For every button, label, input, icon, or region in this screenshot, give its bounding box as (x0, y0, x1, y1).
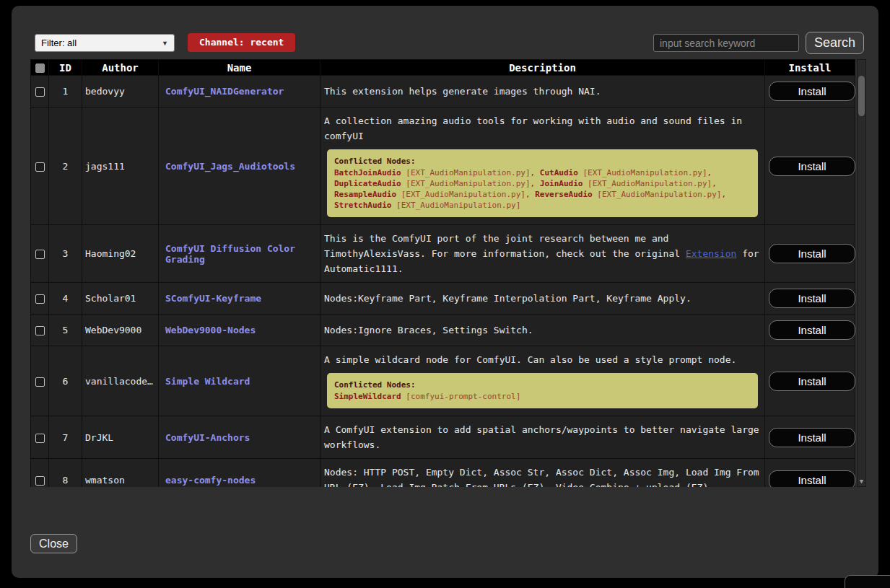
conflict-node-name: BatchJoinAudio (334, 168, 401, 177)
table-row: 5 WebDev9000 WebDev9000-Nodes Nodes:Igno… (31, 315, 855, 346)
row-description: This extension helps generate images thr… (320, 76, 765, 107)
row-description: Nodes: HTTP POST, Empty Dict, Assoc Str,… (320, 459, 765, 488)
row-author: DrJKL (82, 416, 159, 459)
header-install: Install (765, 60, 855, 76)
header-name: Name (159, 60, 320, 76)
conflict-items: SimpleWildcard [comfyui-prompt-control] (334, 391, 751, 402)
extension-name-link[interactable]: ComfyUI_Jags_Audiotools (165, 161, 295, 172)
scrollbar-thumb[interactable] (858, 76, 865, 116)
background-button-fragment (845, 575, 890, 588)
extension-name-link[interactable]: WebDev9000-Nodes (165, 325, 256, 335)
install-button[interactable]: Install (769, 372, 855, 391)
conflict-node-source: [EXT_AudioManipulation.py] (583, 168, 707, 177)
row-author: WebDev9000 (82, 315, 159, 346)
row-checkbox[interactable] (35, 294, 45, 304)
conflict-node-source: [EXT_AudioManipulation.py] (401, 190, 525, 199)
header-author: Author (82, 60, 159, 76)
select-all-checkbox[interactable] (35, 63, 45, 73)
conflict-node-name: StretchAudio (334, 201, 391, 210)
table-row: 1 bedovyy ComfyUI_NAIDGenerator This ext… (31, 76, 855, 107)
row-description: A simple wildcard node for ComfyUI. Can … (320, 346, 765, 416)
table-row: 7 DrJKL ComfyUI-Anchors A ComfyUI extens… (31, 416, 855, 459)
scrollbar-down-arrow[interactable]: ▼ (858, 478, 865, 485)
conflict-title: Conflicted Nodes: (334, 156, 751, 167)
row-checkbox[interactable] (35, 250, 45, 259)
install-button[interactable]: Install (769, 470, 855, 488)
row-description: Nodes:Keyframe Part, Keyframe Interpolat… (320, 283, 765, 315)
row-author: vanillacode… (82, 346, 159, 416)
conflict-node-source: [comfyui-prompt-control] (406, 392, 520, 401)
description-text: This is the ComfyUI port of the joint re… (324, 233, 686, 259)
conflict-node-source: [EXT_AudioManipulation.py] (406, 179, 530, 188)
install-button[interactable]: Install (769, 320, 855, 340)
install-button[interactable]: Install (769, 157, 855, 176)
row-id: 6 (49, 346, 82, 416)
install-button[interactable]: Install (769, 244, 855, 263)
conflicted-nodes-box: Conflicted Nodes: BatchJoinAudio [EXT_Au… (327, 149, 758, 217)
channel-badge: Channel: recent (188, 33, 295, 52)
header-description: Description (320, 60, 765, 76)
row-description: A ComfyUI extension to add spatial ancho… (320, 416, 765, 459)
row-author: Scholar01 (82, 283, 159, 315)
row-checkbox[interactable] (35, 162, 45, 172)
row-id: 5 (49, 315, 82, 346)
extension-name-link[interactable]: ComfyUI Diffusion Color Grading (165, 243, 295, 265)
conflict-node-name: ResampleAudio (334, 190, 396, 199)
row-id: 7 (49, 416, 82, 459)
install-button[interactable]: Install (769, 289, 855, 308)
select-all-cell (31, 60, 49, 76)
table-row: 4 Scholar01 SComfyUI-Keyframe Nodes:Keyf… (31, 283, 855, 315)
row-checkbox[interactable] (35, 434, 45, 443)
table-row: 2 jags111 ComfyUI_Jags_Audiotools A coll… (31, 107, 855, 225)
extension-name-link[interactable]: easy-comfy-nodes (165, 475, 256, 486)
row-author: wmatson (82, 459, 159, 488)
row-description: This is the ComfyUI port of the joint re… (320, 225, 765, 283)
extensions-table: ID Author Name Description Install 1 bed… (30, 59, 866, 487)
row-id: 2 (49, 107, 82, 225)
conflict-node-name: DuplicateAudio (334, 179, 401, 188)
extension-name-link[interactable]: SComfyUI-Keyframe (165, 293, 261, 304)
row-id: 3 (49, 225, 82, 283)
table-row: 3 Haoming02 ComfyUI Diffusion Color Grad… (31, 225, 855, 283)
install-button[interactable]: Install (769, 82, 855, 101)
row-author: jags111 (82, 107, 159, 225)
row-author: Haoming02 (82, 225, 159, 283)
row-description: A collection amazing audio tools for wor… (320, 107, 765, 225)
row-author: bedovyy (82, 76, 159, 107)
search-input[interactable] (653, 34, 799, 52)
conflict-node-source: [EXT_AudioManipulation.py] (396, 201, 520, 210)
extension-name-link[interactable]: ComfyUI-Anchors (165, 432, 250, 443)
row-checkbox[interactable] (35, 87, 45, 97)
extension-name-link[interactable]: ComfyUI_NAIDGenerator (165, 86, 284, 97)
header-id: ID (49, 60, 82, 76)
custom-nodes-dialog: Filter: all ▼ Channel: recent Search ID … (12, 6, 878, 578)
row-checkbox[interactable] (35, 377, 45, 387)
filter-select-value: Filter: all (41, 38, 77, 48)
conflict-node-source: [EXT_AudioManipulation.py] (406, 168, 530, 177)
close-button[interactable]: Close (30, 534, 77, 553)
row-checkbox[interactable] (35, 476, 45, 486)
conflict-node-name: JoinAudio (540, 179, 583, 188)
extension-link[interactable]: Extension (686, 248, 736, 259)
conflict-node-source: [EXT_AudioManipulation.py] (597, 190, 721, 199)
extension-name-link[interactable]: Simple Wildcard (165, 376, 250, 387)
row-id: 4 (49, 283, 82, 315)
row-id: 1 (49, 76, 82, 107)
install-button[interactable]: Install (769, 428, 855, 447)
filter-select[interactable]: Filter: all ▼ (35, 34, 175, 52)
conflict-node-name: ReverseAudio (535, 190, 592, 199)
conflict-node-name: CutAudio (540, 168, 578, 177)
table-scrollbar[interactable]: ▼ (857, 59, 866, 487)
search-button[interactable]: Search (806, 32, 864, 54)
row-id: 8 (49, 459, 82, 488)
row-description: Nodes:Ignore Braces, Settings Switch. (320, 315, 765, 346)
table-row: 6 vanillacode… Simple Wildcard A simple … (31, 346, 855, 416)
table-row: 8 wmatson easy-comfy-nodes Nodes: HTTP P… (31, 459, 855, 488)
row-checkbox[interactable] (35, 326, 45, 335)
description-text: A collection amazing audio tools for wor… (324, 113, 761, 144)
chevron-down-icon: ▼ (162, 40, 168, 47)
table-header-row: ID Author Name Description Install (31, 60, 855, 76)
description-text: A simple wildcard node for ComfyUI. Can … (324, 352, 761, 367)
conflict-node-source: [EXT_AudioManipulation.py] (588, 179, 712, 188)
conflict-node-name: SimpleWildcard (334, 392, 401, 401)
